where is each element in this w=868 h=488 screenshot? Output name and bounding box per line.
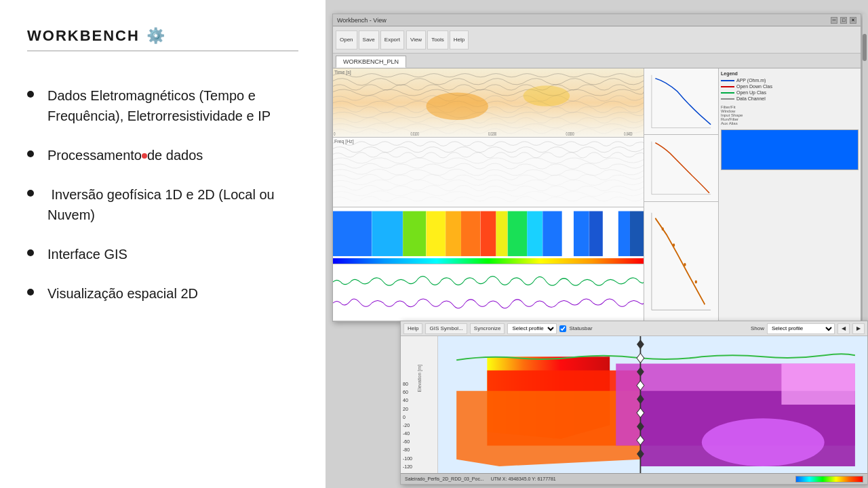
export-button[interactable]: Export (380, 30, 404, 49)
bullet-text: Dados Eletromagnéticos (Tempo e Frequênc… (47, 85, 271, 126)
svg-text:0.0200: 0.0200 (488, 131, 496, 136)
svg-rect-16 (481, 211, 496, 256)
bullet-text: Inversão geofísica 1D e 2D (Local ou Nuv… (47, 184, 275, 225)
statusbar-checkbox[interactable] (559, 325, 566, 332)
colorscale-bar (333, 258, 644, 264)
svg-point-3 (524, 85, 570, 106)
legend-panel: Legend APP (Ohm.m) Open Down Clas Open U… (718, 68, 861, 321)
tab-bar: WORKBENCH_PLN (333, 54, 861, 68)
tab-main[interactable]: WORKBENCH_PLN (336, 56, 406, 68)
svg-rect-26 (630, 211, 644, 256)
signal-chart (333, 264, 644, 321)
svg-rect-11 (372, 211, 403, 256)
side-chart-3 (644, 202, 718, 321)
seismic-chart-2: Freq [Hz] (333, 138, 644, 207)
legend-row: Aux Alias (721, 121, 859, 125)
logo-text: WORKBENCH (27, 27, 140, 45)
main-charts: 0 0.0100 0.0200 0.0300 0.0400 Time [s] (333, 68, 644, 321)
svg-rect-36 (644, 68, 718, 134)
bullet-dot (27, 289, 34, 296)
legend-swatch (721, 92, 734, 94)
show-profile-select[interactable]: Select profile (767, 323, 835, 334)
legend-colorblock (721, 129, 859, 170)
gis-chart-area: Elevation [m] 80 60 40 20 0 -20 -40 -60 … (401, 336, 867, 484)
legend-item: Open Up Clas (721, 90, 859, 95)
gis-symbol-button[interactable]: GIS Symbol... (425, 323, 467, 334)
legend-extra: Filter/Fit Window Input Shape Run/Filter… (721, 105, 859, 125)
gis-profile-select[interactable]: Select profile (507, 323, 557, 334)
red-dot-icon (142, 153, 147, 159)
side-panels: Legend APP (Ohm.m) Open Down Clas Open U… (644, 68, 861, 321)
workbench-window: Workbench - View ─ □ ✕ Open Save Export … (332, 14, 861, 322)
svg-rect-12 (403, 211, 426, 256)
open-button[interactable]: Open (336, 30, 357, 49)
tools-button[interactable]: Tools (427, 30, 448, 49)
svg-text:0.0400: 0.0400 (624, 131, 632, 136)
minimize-button[interactable]: ─ (831, 17, 837, 24)
gis-sync-button[interactable]: Syncronize (470, 323, 505, 334)
legend-label: Open Up Clas (736, 90, 766, 95)
scrollbar-thumb (863, 34, 867, 61)
window-controls: ─ □ ✕ (831, 17, 856, 24)
bullet-dot (27, 150, 34, 157)
bullet-dot (27, 190, 34, 197)
gis-toolbar: Help GIS Symbol... Syncronize Select pro… (401, 321, 867, 336)
svg-rect-24 (603, 211, 618, 256)
chart1-label: Time [s] (334, 70, 351, 75)
side-charts (644, 68, 718, 321)
svg-rect-21 (562, 211, 574, 256)
gis-help-button[interactable]: Help (403, 323, 422, 334)
item4-text: Interface GIS (47, 244, 127, 264)
svg-rect-15 (461, 211, 481, 256)
utm-status: UTM X: 4948345.0 Y: 6177781 (491, 476, 556, 481)
svg-text:0.0300: 0.0300 (566, 131, 574, 136)
svg-rect-23 (589, 211, 603, 256)
list-item: Interface GIS (27, 244, 298, 264)
list-item: Dados Eletromagnéticos (Tempo e Frequênc… (27, 85, 298, 126)
gis-profile (438, 336, 867, 473)
svg-point-48 (695, 280, 697, 283)
svg-marker-52 (456, 391, 640, 466)
charts-area: 0 0.0100 0.0200 0.0300 0.0400 Time [s] (333, 68, 861, 321)
legend-swatch (721, 80, 734, 81)
svg-rect-20 (542, 211, 562, 256)
resistivity-chart (333, 207, 644, 264)
svg-rect-19 (527, 211, 542, 256)
legend-swatch (721, 86, 734, 87)
legend-label: APP (Ohm.m) (736, 78, 766, 83)
list-item: Inversão geofísica 1D e 2D (Local ou Nuv… (27, 184, 298, 225)
bullet-dot (27, 91, 34, 98)
close-button[interactable]: ✕ (850, 17, 856, 24)
view-button[interactable]: View (406, 30, 426, 49)
nav-left-button[interactable]: ◀ (837, 323, 850, 334)
left-panel: WORKBENCH ⚙️ Dados Eletromagnéticos (Tem… (0, 0, 326, 488)
svg-rect-22 (574, 211, 589, 256)
svg-point-2 (426, 93, 488, 121)
svg-rect-13 (426, 211, 446, 256)
nav-right-button[interactable]: ▶ (852, 323, 865, 334)
scrollbar-top[interactable] (863, 14, 867, 322)
list-item: Visualização espacial 2D (27, 283, 298, 304)
svg-rect-17 (496, 211, 507, 256)
logo-area: WORKBENCH ⚙️ (27, 27, 298, 52)
show-label: Show (751, 325, 764, 331)
legend-swatch (721, 98, 734, 100)
side-chart-2 (644, 135, 718, 201)
legend-item: Open Down Clas (721, 84, 859, 89)
chart2-label: Freq [Hz] (334, 139, 354, 144)
window-titlebar: Workbench - View ─ □ ✕ (333, 14, 861, 26)
svg-rect-35 (333, 264, 644, 321)
right-panel: Workbench - View ─ □ ✕ Open Save Export … (326, 0, 868, 488)
toolbar-group: Open Save Export (336, 30, 404, 49)
save-button[interactable]: Save (359, 30, 379, 49)
legend-item: APP (Ohm.m) (721, 78, 859, 83)
y-axis-labels: 80 60 40 20 0 -20 -40 -60 -80 -100 -120 … (403, 378, 435, 481)
status-colorscale (795, 476, 863, 483)
logo-icon: ⚙️ (146, 27, 165, 45)
y-label: Elevation [m] (417, 360, 422, 392)
maximize-button[interactable]: □ (840, 17, 847, 24)
help-button[interactable]: Help (450, 30, 469, 49)
svg-point-47 (684, 263, 686, 266)
gis-status-bar: Saleirado_Perfis_2D_RDD_03_Poc... UTM X:… (401, 473, 867, 484)
bullet-dot (27, 249, 34, 256)
